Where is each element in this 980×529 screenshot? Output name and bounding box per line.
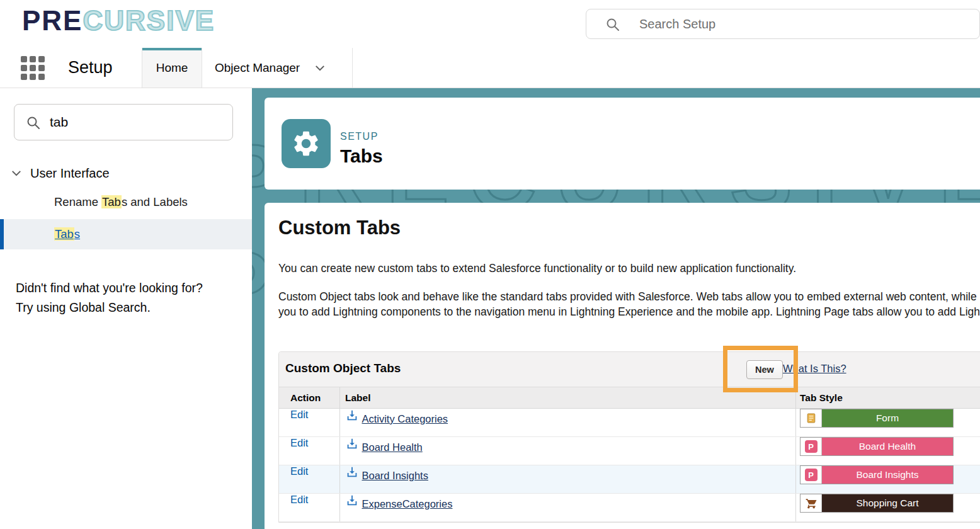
tab-icon (345, 465, 359, 479)
tab-style-label: Shopping Cart (856, 498, 918, 509)
logo-pre: PRE (22, 5, 83, 36)
form-icon (801, 409, 822, 427)
tab-label-link[interactable]: ExpenseCategories (362, 498, 452, 509)
logo-rest: CURSIVE (83, 5, 215, 36)
table-row: Edit Board Insights P Board Insights (279, 465, 980, 494)
search-highlight: Tab (54, 227, 74, 241)
sidebar-search-input[interactable] (50, 105, 226, 140)
tab-label-link[interactable]: Board Health (362, 441, 422, 453)
sidebar-item-label: Rename Tabs and Labels (54, 195, 188, 209)
edit-link[interactable]: Edit (290, 409, 308, 420)
setup-sidebar: User Interface Rename Tabs and Labels Ta… (0, 88, 252, 529)
setup-title: Setup (68, 48, 113, 88)
tab-style-bar: P Board Insights (800, 465, 954, 484)
tab-style-label: Form (876, 412, 899, 424)
chevron-down-icon (314, 62, 326, 74)
content-heading: Custom Tabs (278, 217, 401, 239)
edit-link[interactable]: Edit (290, 465, 308, 477)
description-line-1: Custom Object tabs look and behave like … (278, 290, 980, 305)
precursive-p-icon: P (801, 438, 822, 455)
sidebar-item-label: Tabs (54, 227, 80, 241)
section-header-bar: Custom Object Tabs New What Is This? (279, 352, 980, 387)
content-card: Custom Tabs You can create new custom ta… (265, 203, 980, 529)
cart-icon (801, 494, 822, 512)
tab-style-bar: P Board Health (800, 437, 954, 456)
section-label: User Interface (30, 166, 110, 181)
custom-object-tabs-section: Custom Object Tabs New What Is This? Act… (278, 351, 980, 523)
main-content-area: PRECURSIVE PRECURSIVE PRECURSIVE PRECURS… (252, 88, 980, 529)
tab-object-manager-label: Object Manager (215, 61, 300, 75)
new-button[interactable]: New (746, 360, 783, 379)
setup-nav-tabs: Home Object Manager (142, 48, 353, 88)
page-title: Tabs (340, 145, 383, 167)
edit-link[interactable]: Edit (290, 437, 308, 448)
help-line-2: Try using Global Search. (16, 298, 242, 317)
precursive-logo: PRECURSIVE (22, 5, 215, 37)
app-launcher-icon[interactable] (21, 56, 46, 80)
tab-label-link[interactable]: Board Insights (362, 470, 428, 481)
tab-icon (345, 494, 359, 508)
intro-paragraph: You can create new custom tabs to extend… (278, 262, 796, 275)
sidebar-section-user-interface[interactable]: User Interface (0, 162, 252, 184)
setup-eyebrow: SETUP (340, 131, 379, 142)
sidebar-item-rename-tabs-and-labels[interactable]: Rename Tabs and Labels (0, 191, 252, 213)
tab-home-label: Home (156, 61, 188, 75)
description-paragraph: Custom Object tabs look and behave like … (278, 290, 980, 319)
table-row: Edit Board Health P Board Health (279, 437, 980, 465)
tab-icon (345, 437, 359, 451)
what-is-this-link[interactable]: What Is This? (783, 363, 846, 375)
search-highlight: Tab (101, 195, 122, 208)
search-icon (26, 115, 41, 130)
table-row: Edit ExpenseCategories Shopping Cart (279, 494, 980, 522)
tab-icon (345, 409, 359, 423)
tab-object-manager[interactable]: Object Manager (202, 48, 353, 88)
top-header: PRECURSIVE (0, 0, 980, 48)
precursive-p-icon: P (801, 466, 822, 484)
search-icon (605, 17, 620, 32)
chevron-down-icon (10, 167, 23, 179)
tab-style-label: Board Health (859, 441, 916, 452)
description-line-2: you to add Lightning components to the n… (278, 305, 980, 320)
global-search-input[interactable] (639, 9, 954, 38)
edit-link[interactable]: Edit (290, 494, 308, 505)
global-search-box[interactable] (586, 9, 980, 39)
tab-style-bar: Shopping Cart (800, 494, 954, 513)
salesforce-setup-page: PRECURSIVE Setup Home Object Manager (0, 0, 980, 529)
sidebar-search-box[interactable] (14, 104, 233, 140)
setup-nav-bar: Setup Home Object Manager (0, 48, 980, 88)
setup-gear-icon (282, 119, 331, 168)
tab-style-bar: Form (800, 409, 954, 428)
table-header-row: Action Label Tab Style (279, 387, 980, 409)
tab-home[interactable]: Home (142, 48, 202, 88)
page-header-card: SETUP Tabs (265, 98, 980, 190)
help-line-1: Didn't find what you're looking for? (16, 278, 242, 298)
table-row: Edit Activity Categories Form (279, 409, 980, 437)
column-header-action: Action (279, 387, 339, 408)
sidebar-help-text: Didn't find what you're looking for? Try… (16, 278, 242, 317)
tab-label-link[interactable]: Activity Categories (362, 413, 448, 424)
section-title: Custom Object Tabs (285, 361, 401, 375)
sidebar-item-tabs[interactable]: Tabs (0, 219, 252, 249)
column-header-tab-style: Tab Style (795, 387, 980, 408)
column-header-label: Label (339, 387, 795, 408)
tab-style-label: Board Insights (856, 469, 918, 481)
